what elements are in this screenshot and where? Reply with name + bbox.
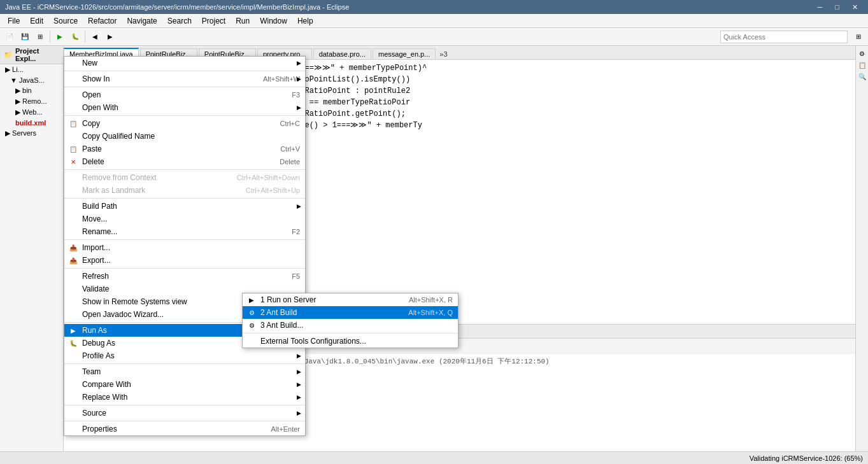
title-bar-controls: ─ □ ✕ xyxy=(813,3,863,11)
close-button[interactable]: ✕ xyxy=(847,3,863,11)
ant-build-icon: ⚙ xyxy=(246,307,257,318)
build-path-icon xyxy=(68,201,78,211)
ctx-rename[interactable]: Rename...F2 xyxy=(64,225,305,238)
submenu-run-server[interactable]: ▶ 1 Run on Server Alt+Shift+X, R xyxy=(243,293,458,306)
ctx-sep2 xyxy=(64,87,305,87)
submenu-external-tools[interactable]: External Tools Configurations... xyxy=(243,335,458,348)
ctx-sep7 xyxy=(64,268,305,269)
toolbar-debug[interactable]: 🐛 xyxy=(68,30,82,44)
right-side-icons: ⚙ 📋 🔍 xyxy=(855,46,868,464)
tree-item-web[interactable]: ▶ Web... xyxy=(0,107,63,118)
tree-item-servers[interactable]: ▶ Servers xyxy=(0,128,63,139)
new-icon xyxy=(68,58,78,68)
menu-file[interactable]: File xyxy=(3,15,25,27)
toolbar-perspective[interactable]: ⊞ xyxy=(851,30,865,44)
ctx-sep1 xyxy=(64,71,305,71)
mark-landmark-icon xyxy=(68,185,78,195)
ctx-import[interactable]: 📥Import... xyxy=(64,241,305,254)
ctx-mark-landmark[interactable]: Mark as LandmarkCtrl+Alt+Shift+Up xyxy=(64,184,305,197)
toolbar-run[interactable]: ▶ xyxy=(53,30,67,44)
project-explorer-title: Project Expl... xyxy=(15,47,59,62)
right-icon-2[interactable]: 📋 xyxy=(857,60,867,70)
menu-help[interactable]: Help xyxy=(292,15,318,27)
ctx-build-path[interactable]: Build Path xyxy=(64,200,305,213)
menu-source[interactable]: Source xyxy=(48,15,83,27)
external-tools-icon xyxy=(246,336,257,346)
paste-icon: 📋 xyxy=(68,144,78,154)
ctx-properties[interactable]: PropertiesAlt+Enter xyxy=(64,423,305,435)
menu-search[interactable]: Search xyxy=(162,15,197,27)
menu-bar: File Edit Source Refactor Navigate Searc… xyxy=(0,14,868,28)
toolbar-new[interactable]: 📄 xyxy=(3,30,17,44)
refresh-icon xyxy=(68,271,78,281)
ctx-copy-qualified[interactable]: Copy Qualified Name xyxy=(64,130,305,143)
ctx-show-in[interactable]: Show InAlt+Shift+W xyxy=(64,73,305,85)
ctx-profile-as[interactable]: Profile As xyxy=(64,349,305,362)
ctx-compare-with[interactable]: Compare With xyxy=(64,378,305,391)
export-icon: 📤 xyxy=(68,255,78,265)
ctx-sep9 xyxy=(64,363,305,364)
delete-icon: ✕ xyxy=(68,157,78,167)
submenu-ant-build[interactable]: ⚙ 2 Ant Build Alt+Shift+X, Q xyxy=(243,306,458,319)
ctx-sep10 xyxy=(64,405,305,405)
ctx-move[interactable]: Move... xyxy=(64,213,305,225)
ctx-refresh[interactable]: RefreshF5 xyxy=(64,270,305,283)
maximize-button[interactable]: □ xyxy=(830,3,844,11)
toolbar-sep2 xyxy=(85,31,85,43)
minimize-button[interactable]: ─ xyxy=(813,3,828,11)
open-icon xyxy=(68,90,78,100)
menu-run[interactable]: Run xyxy=(231,15,255,27)
tree-item-build[interactable]: build.xml xyxy=(0,118,63,128)
remove-context-icon xyxy=(68,172,78,183)
properties-icon xyxy=(68,424,78,434)
compare-icon xyxy=(68,379,78,390)
copy-qualified-icon xyxy=(68,131,78,141)
submenu-ant-build2[interactable]: ⚙ 3 Ant Build... xyxy=(243,319,458,332)
tree-item-javas[interactable]: ▼ JavaS... xyxy=(0,75,63,85)
toolbar-forward[interactable]: ▶ xyxy=(103,30,117,44)
ctx-export[interactable]: 📤Export... xyxy=(64,254,305,267)
open-with-icon xyxy=(68,102,78,113)
tab-more[interactable]: »3 xyxy=(437,49,450,59)
show-in-icon xyxy=(68,74,78,84)
validate-icon xyxy=(68,284,78,294)
toolbar-back[interactable]: ◀ xyxy=(88,30,102,44)
run-as-icon: ▶ xyxy=(68,325,78,335)
ctx-delete[interactable]: ✕DeleteDelete xyxy=(64,155,305,168)
menu-refactor[interactable]: Refactor xyxy=(83,15,122,27)
toolbar-save-all[interactable]: ⊞ xyxy=(33,30,47,44)
status-right: Validating iCRMService-1026: (65%) xyxy=(750,454,863,462)
quick-access-input[interactable] xyxy=(720,31,848,43)
ctx-copy[interactable]: 📋CopyCtrl+C xyxy=(64,117,305,130)
replace-icon xyxy=(68,392,78,402)
menu-project[interactable]: Project xyxy=(197,15,231,27)
tree-item-li[interactable]: ▶ Li... xyxy=(0,64,63,75)
toolbar-save[interactable]: 💾 xyxy=(18,30,32,44)
tab-message[interactable]: message_en.p... xyxy=(373,48,436,59)
ctx-source[interactable]: Source xyxy=(64,407,305,419)
tree-item-remo[interactable]: ▶ Remo... xyxy=(0,96,63,107)
ctx-team[interactable]: Team xyxy=(64,365,305,378)
ctx-paste[interactable]: 📋PasteCtrl+V xyxy=(64,143,305,155)
profile-as-icon xyxy=(68,351,78,361)
debug-as-icon: 🐛 xyxy=(68,338,78,348)
ctx-sep5 xyxy=(64,198,305,199)
ctx-remove-context[interactable]: Remove from ContextCtrl+Alt+Shift+Down xyxy=(64,171,305,184)
tab-database[interactable]: database.pro... xyxy=(313,48,371,59)
ctx-new[interactable]: New xyxy=(64,57,305,69)
title-bar: Java EE - iCRMService-1026/src/com/armit… xyxy=(0,0,868,14)
menu-navigate[interactable]: Navigate xyxy=(122,15,162,27)
menu-edit[interactable]: Edit xyxy=(25,15,48,27)
ctx-open-with[interactable]: Open With xyxy=(64,101,305,114)
status-bar: Validating iCRMService-1026: (65%) xyxy=(0,451,868,464)
right-icon-1[interactable]: ⚙ xyxy=(857,48,867,59)
tree-item-bin[interactable]: ▶ bin xyxy=(0,85,63,96)
menu-window[interactable]: Window xyxy=(255,15,292,27)
right-icon-3[interactable]: 🔍 xyxy=(857,71,867,81)
context-menu: New Show InAlt+Shift+W OpenF3 Open With … xyxy=(64,56,306,436)
ctx-replace-with[interactable]: Replace With xyxy=(64,391,305,404)
ctx-open[interactable]: OpenF3 xyxy=(64,88,305,101)
rename-icon xyxy=(68,227,78,237)
submenu-sep1 xyxy=(243,333,458,334)
team-icon xyxy=(68,367,78,377)
